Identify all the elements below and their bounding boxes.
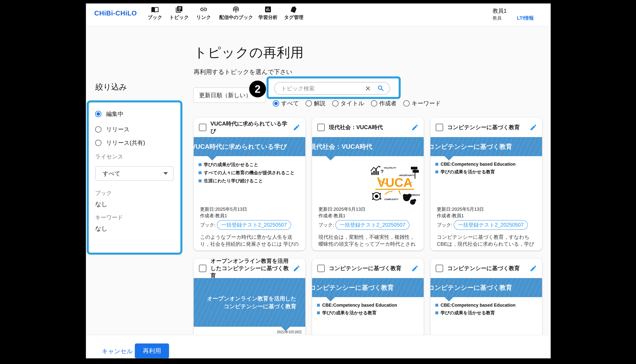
scope-all[interactable]: すべて — [273, 100, 299, 107]
edit-topic-button[interactable] — [411, 124, 419, 131]
book-label: ブック: — [437, 222, 452, 228]
app-window: CHiBi-CHiLO ブック トピック リンク 配信中のブック 学習分析 タグ… — [86, 4, 551, 358]
keyword-filter-value: なし — [95, 224, 108, 232]
banner-notch — [326, 297, 335, 302]
edit-topic-button[interactable] — [293, 124, 300, 131]
app-logo[interactable]: CHiBi-CHiLO — [94, 9, 137, 17]
topic-search-field[interactable] — [274, 82, 390, 95]
radio-selected-icon[interactable] — [273, 100, 279, 106]
scope-title-label: タイトル — [341, 100, 364, 107]
pencil-icon — [411, 264, 419, 272]
bullet-square-icon — [435, 163, 438, 166]
slide-bullets: CBE:Competency based Education 学びの成果を活かせ… — [435, 302, 515, 316]
search-input[interactable] — [281, 85, 364, 92]
card-checkbox[interactable] — [199, 124, 206, 131]
license-select-value: すべて — [103, 170, 163, 178]
cancel-button[interactable]: キャンセル — [102, 347, 133, 355]
scope-author[interactable]: 作成者 — [371, 100, 397, 107]
card-checkbox[interactable] — [317, 264, 325, 272]
book-chip[interactable]: 一括登録テスト2_20250507 — [454, 220, 528, 230]
card-checkbox[interactable] — [436, 264, 443, 272]
slide-banner: コンピテンシーに基づく教育 — [430, 278, 542, 297]
pencil-icon — [293, 124, 300, 131]
edit-topic-button[interactable] — [530, 264, 537, 272]
topic-thumbnail[interactable]: コンピテンシーに基づく教育 CBE:Competency based Educa… — [430, 278, 542, 335]
filter-status-editing[interactable]: 編集中 — [95, 110, 124, 118]
slide-bullets: CBE:Competency based Education 学びの成果を活かせ… — [317, 302, 397, 316]
edit-topic-button[interactable] — [530, 124, 537, 131]
card-checkbox[interactable] — [317, 124, 325, 131]
topic-thumbnail[interactable]: コンピテンシーに基づく教育 CBE:Competency based Educa… — [430, 137, 542, 208]
edit-topic-button[interactable] — [411, 264, 419, 272]
card-checkbox[interactable] — [199, 264, 206, 272]
topic-thumbnail[interactable]: VUCA時代に求められている学び 学びの成果が活かせること すべての人々に教育の… — [194, 137, 305, 208]
bullet-square-icon — [435, 170, 438, 173]
nav-item-tag-management[interactable]: タグ管理 — [277, 6, 310, 21]
card-description: このようなブーカ時代に豊かな人生を送り，社会を持続的に発展させるには 学びの成果… — [200, 234, 301, 248]
banner-notch — [445, 297, 453, 302]
filter-status-release-shared[interactable]: リリース(共有) — [95, 139, 145, 147]
pencil-icon — [530, 264, 537, 272]
slide-banner: VUCA時代に求められている学び — [194, 137, 305, 156]
scope-all-label: すべて — [281, 100, 299, 107]
card-meta: 更新日:2025年5月13日 作成者:教員1 ブック: 一括登録テスト2_202… — [318, 206, 419, 248]
card-title: コンピテンシーに基づく教育 — [447, 264, 525, 272]
slide-banner: 現代社会：VUCA時代 — [312, 137, 424, 156]
card-checkbox[interactable] — [436, 124, 443, 131]
book-chip[interactable]: 一括登録テスト2_20250507 — [335, 220, 409, 230]
scope-title[interactable]: タイトル — [332, 100, 364, 107]
updated-date: 更新日:2025年5月13日 — [437, 206, 538, 212]
book-chip[interactable]: 一括登録テスト2_20250507 — [217, 220, 291, 230]
banner-notch — [445, 156, 453, 160]
license-label: ライセンス — [95, 153, 123, 160]
radio-icon[interactable] — [371, 100, 377, 106]
radio-selected-icon[interactable] — [95, 111, 102, 117]
card-description: コンピテンシーに基づく教育，すなわちCBEは，現代社会に求められている，学びの成… — [437, 234, 538, 248]
topic-thumbnail[interactable]: 現代社会：VUCA時代 ? VOLATILITY — [312, 137, 424, 208]
nav-label-tag-management: タグ管理 — [277, 14, 310, 21]
search-icon[interactable] — [377, 85, 385, 92]
slide-bullets: 学びの成果が活かせること すべての人々に教育の機会が提供されること 生涯にわたり… — [199, 162, 295, 184]
svg-text:?: ? — [381, 169, 384, 174]
link-icon — [200, 6, 208, 13]
slide-banner: コンピテンシーに基づく教育 — [312, 278, 424, 297]
pencil-icon — [293, 264, 300, 272]
radio-icon[interactable] — [332, 100, 339, 106]
radio-icon[interactable] — [403, 100, 410, 106]
bullet-square-icon — [199, 171, 202, 174]
reuse-button[interactable]: 再利用 — [135, 344, 169, 358]
nav-item-broadcast-books[interactable]: 配信中のブック — [219, 6, 253, 21]
page-subtitle: 再利用するトピックを選んで下さい — [194, 68, 292, 76]
filter-panel: 編集中 リリース リリース(共有) ライセンス すべて ブック なし キーワード… — [87, 100, 182, 255]
topic-thumbnail[interactable]: コンピテンシーに基づく教育 CBE:Competency based Educa… — [312, 278, 424, 335]
clear-search-icon[interactable] — [364, 85, 371, 92]
radio-icon[interactable] — [95, 126, 102, 132]
card-title: コンピテンシーに基づく教育 — [329, 264, 407, 272]
nav-label-link: リンク — [187, 14, 220, 21]
topic-thumbnail[interactable]: オープンオンライン教育を活用した コンピテンシーに基づく教育 2021年3月18… — [194, 278, 305, 335]
lti-info-link[interactable]: LTI情報 — [517, 15, 534, 22]
complexity-label: COMPLEXITY — [384, 198, 398, 200]
topic-card: コンピテンシーに基づく教育 コンピテンシーに基づく教育 CBE:Competen… — [430, 258, 542, 335]
bullet-square-icon — [199, 180, 202, 182]
user-name: 教員1 — [493, 7, 507, 14]
search-highlight-box — [267, 76, 401, 99]
scope-keyword[interactable]: キーワード — [403, 100, 441, 107]
scope-description[interactable]: 解説 — [306, 100, 326, 107]
radio-icon[interactable] — [95, 140, 102, 146]
filter-status-release-shared-label: リリース(共有) — [106, 139, 145, 147]
license-select[interactable]: すべて — [95, 166, 174, 181]
updated-date: 更新日:2025年5月13日 — [318, 206, 419, 212]
ambiguity-label: AMBIGUITY — [410, 194, 420, 196]
updated-date: 更新日:2025年5月13日 — [200, 206, 301, 212]
filter-status-release[interactable]: リリース — [95, 126, 130, 133]
book-label: ブック: — [200, 222, 216, 228]
nav-item-link[interactable]: リンク — [187, 6, 220, 21]
book-icon — [151, 6, 159, 13]
radio-icon[interactable] — [306, 100, 312, 106]
bullet-square-icon — [435, 304, 438, 307]
edit-topic-button[interactable] — [293, 264, 300, 272]
topic-card: 現代社会：VUCA時代 現代社会：VUCA時代 ? VOLATILITY — [312, 118, 424, 250]
user-role: 教員 — [493, 15, 502, 21]
topic-card: コンピテンシーに基づく教育 コンピテンシーに基づく教育 CBE:Competen… — [312, 258, 424, 335]
